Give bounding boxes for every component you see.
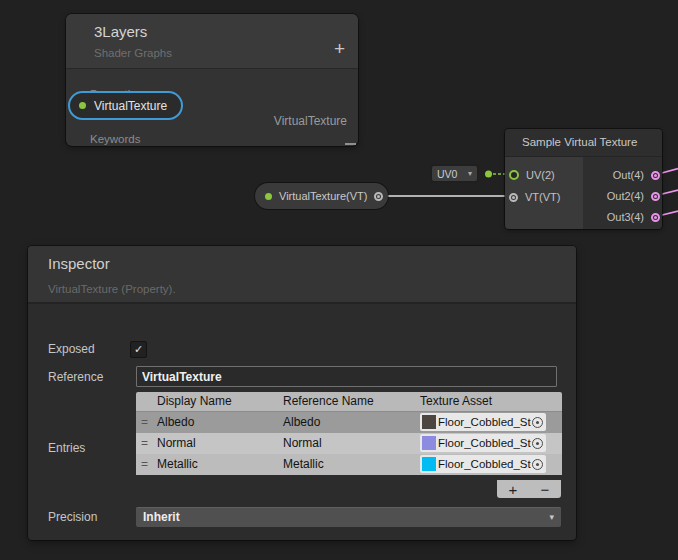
display-name-cell: Normal <box>157 436 196 450</box>
out2-port[interactable] <box>651 192 660 201</box>
entries-table-header: Display Name Reference Name Texture Asse… <box>136 392 562 412</box>
uv-input-port[interactable] <box>509 170 519 180</box>
remove-entry-button[interactable]: − <box>541 482 550 497</box>
uv-input-label: UV(2) <box>526 169 555 181</box>
node-title: Sample Virtual Texture <box>505 129 662 157</box>
column-reference-name: Reference Name <box>283 394 374 408</box>
shader-graph-canvas[interactable]: 3Layers Shader Graphs + Properties Virtu… <box>0 0 678 560</box>
keywords-section-label: Keywords <box>90 133 141 145</box>
object-picker-icon[interactable] <box>532 417 543 428</box>
blackboard-title: 3Layers <box>94 23 147 40</box>
entries-list-footer: + − <box>497 480 561 498</box>
texture-thumbnail <box>422 436 436 450</box>
texture-asset-name: Floor_Cobbled_Sto <box>438 458 531 470</box>
add-property-button[interactable]: + <box>334 39 345 58</box>
object-picker-icon[interactable] <box>532 459 543 470</box>
object-picker-icon[interactable] <box>532 438 543 449</box>
property-dot-icon <box>79 102 86 109</box>
blackboard-panel: 3Layers Shader Graphs + Properties Virtu… <box>66 14 358 146</box>
uv-channel-dropdown[interactable]: UV0 ▾ <box>430 164 479 183</box>
inspector-panel: Inspector VirtualTexture (Property). Exp… <box>28 246 576 540</box>
out1-label: Out(4) <box>613 169 644 181</box>
sample-virtual-texture-node[interactable]: Sample Virtual Texture UV(2) VT(VT) Out(… <box>505 129 662 229</box>
inspector-header[interactable]: Inspector VirtualTexture (Property). <box>28 246 576 304</box>
column-display-name: Display Name <box>157 394 232 408</box>
node-outputs: Out(4) Out2(4) Out3(4) <box>583 157 662 229</box>
out3-label: Out3(4) <box>607 211 644 223</box>
exposed-checkbox[interactable]: ✓ <box>130 341 147 358</box>
display-name-cell: Metallic <box>157 457 198 471</box>
input-row-vt: VT(VT) <box>509 191 560 203</box>
out3-port[interactable] <box>651 213 660 222</box>
property-pill-virtualtexture[interactable]: VirtualTexture <box>68 91 183 120</box>
precision-dropdown[interactable]: Inherit ▾ <box>136 507 561 527</box>
texture-thumbnail <box>422 457 436 471</box>
output-row-out: Out(4) <box>613 169 660 181</box>
out2-label: Out2(4) <box>607 190 644 202</box>
blackboard-subtitle: Shader Graphs <box>94 47 172 59</box>
input-row-uv: UV(2) <box>509 169 555 181</box>
reference-name-cell: Albedo <box>283 415 320 429</box>
output-row-out3: Out3(4) <box>607 211 660 223</box>
reference-input[interactable] <box>136 366 557 387</box>
texture-thumbnail <box>422 415 436 429</box>
precision-label: Precision <box>48 510 97 524</box>
column-texture-asset: Texture Asset <box>420 394 492 408</box>
add-entry-button[interactable]: + <box>509 482 518 497</box>
table-row-normal[interactable]: = Normal Normal Floor_Cobbled_Sto <box>136 433 562 454</box>
uv-channel-value: UV0 <box>437 168 457 180</box>
blackboard-resize-handle[interactable] <box>345 143 356 145</box>
property-node-dot-icon <box>265 193 272 200</box>
output-row-out2: Out2(4) <box>607 190 660 202</box>
texture-asset-field[interactable]: Floor_Cobbled_Sto <box>420 455 546 473</box>
uv-default-dot <box>485 171 492 178</box>
table-row-albedo[interactable]: = Albedo Albedo Floor_Cobbled_Sto <box>136 412 562 433</box>
vt-input-label: VT(VT) <box>525 191 560 203</box>
inspector-subtitle: VirtualTexture (Property). <box>48 283 176 295</box>
check-icon: ✓ <box>134 343 143 355</box>
property-node-output-port[interactable] <box>374 192 383 201</box>
drag-handle-icon[interactable]: = <box>141 436 148 450</box>
uv-channel-dropdown-inner: UV0 ▾ <box>432 166 477 181</box>
node-inputs: UV(2) VT(VT) <box>505 157 583 229</box>
texture-asset-field[interactable]: Floor_Cobbled_Sto <box>420 413 546 431</box>
entries-table: Display Name Reference Name Texture Asse… <box>136 392 562 475</box>
property-type-label: VirtualTexture <box>274 114 347 128</box>
table-row-metallic[interactable]: = Metallic Metallic Floor_Cobbled_Sto <box>136 454 562 475</box>
reference-name-cell: Metallic <box>283 457 324 471</box>
out1-port[interactable] <box>651 171 660 180</box>
reference-label: Reference <box>48 370 103 384</box>
chevron-down-icon: ▾ <box>468 170 472 178</box>
precision-value: Inherit <box>143 510 180 524</box>
vt-input-port[interactable] <box>509 193 518 202</box>
property-node-virtualtexture[interactable]: VirtualTexture(VT) <box>255 183 388 209</box>
property-pill-label: VirtualTexture <box>94 99 167 113</box>
drag-handle-icon[interactable]: = <box>141 415 148 429</box>
texture-asset-name: Floor_Cobbled_Sto <box>438 416 531 428</box>
texture-asset-field[interactable]: Floor_Cobbled_Sto <box>420 434 546 452</box>
exposed-label: Exposed <box>48 342 95 356</box>
node-body: UV(2) VT(VT) Out(4) Out2(4) Out3(4) <box>505 157 662 229</box>
drag-handle-icon[interactable]: = <box>141 457 148 471</box>
chevron-down-icon: ▾ <box>549 513 554 522</box>
inspector-title: Inspector <box>48 255 110 272</box>
reference-name-cell: Normal <box>283 436 322 450</box>
blackboard-header[interactable]: 3Layers Shader Graphs + <box>66 14 358 69</box>
texture-asset-name: Floor_Cobbled_Sto <box>438 437 531 449</box>
entries-label: Entries <box>48 441 85 455</box>
display-name-cell: Albedo <box>157 415 194 429</box>
property-node-label: VirtualTexture(VT) <box>279 190 367 202</box>
